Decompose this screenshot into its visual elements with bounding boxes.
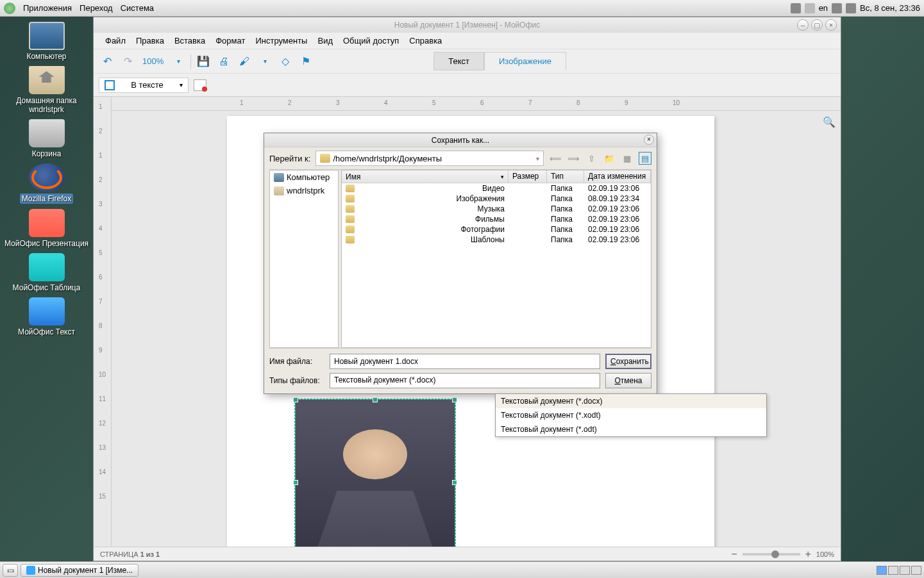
resize-handle[interactable] xyxy=(452,480,457,485)
volume-icon[interactable] xyxy=(832,3,842,13)
col-name[interactable]: Имя▾ xyxy=(342,170,508,183)
col-size[interactable]: Размер xyxy=(508,170,547,183)
keyboard-layout[interactable]: en xyxy=(819,3,828,13)
dialog-title: Сохранить как... xyxy=(432,136,489,145)
goto-label: Перейти к: xyxy=(269,154,310,163)
save-icon[interactable]: 💾 xyxy=(195,53,212,70)
desktop: КомпьютерДомашняя папка wndrlstprkКорзин… xyxy=(0,17,93,561)
print-icon[interactable]: 🖨 xyxy=(215,53,232,70)
file-row[interactable]: ВидеоПапка02.09.19 23:06 xyxy=(342,183,651,194)
workspace-4[interactable] xyxy=(911,566,921,575)
horizontal-ruler: 12345678910 xyxy=(112,97,841,111)
resize-handle[interactable] xyxy=(293,397,298,402)
desktop-icon[interactable]: МойОфис Текст xyxy=(0,292,93,336)
desktop-icon[interactable]: МойОфис Таблица xyxy=(0,248,93,292)
dialog-close-button[interactable]: × xyxy=(644,135,654,145)
filename-input[interactable] xyxy=(330,354,600,369)
filetype-option[interactable]: Текстовый документ (*.odt) xyxy=(496,422,766,436)
file-row[interactable]: ФильмыПапка02.09.19 23:06 xyxy=(342,214,651,224)
show-desktop-button[interactable]: ▭ xyxy=(3,564,18,577)
nav-forward-icon[interactable]: ⟹ xyxy=(567,152,580,165)
undo-icon[interactable]: ↶ xyxy=(99,53,115,70)
nav-up-icon[interactable]: ⇧ xyxy=(585,152,598,165)
desktop-icon[interactable]: МойОфис Презентация xyxy=(0,204,93,248)
selected-image[interactable] xyxy=(295,399,455,547)
taskbar-app[interactable]: Новый документ 1 [Изме... xyxy=(21,564,139,577)
path-field[interactable]: /home/wndrlstprk/Документы ▾ xyxy=(315,151,544,166)
desktop-icon[interactable]: Компьютер xyxy=(0,17,93,61)
clear-format-icon[interactable]: ◇ xyxy=(277,53,294,70)
clock[interactable]: Вс, 8 сен, 23:36 xyxy=(860,3,920,13)
window-titlebar[interactable]: Новый документ 1 [Изменен] - МойОфис – ▢… xyxy=(94,17,841,33)
magnify-icon[interactable]: 🔍 xyxy=(823,116,836,128)
toolbar-image: В тексте ▾ xyxy=(94,74,841,97)
zoom-in-button[interactable]: + xyxy=(805,549,811,560)
menu-item[interactable]: Вставка xyxy=(171,34,209,47)
menu-item[interactable]: Справка xyxy=(405,34,446,47)
desktop-icon[interactable]: Домашняя папка wndrlstprk xyxy=(0,61,93,114)
zoom-out-button[interactable]: − xyxy=(731,549,737,560)
maximize-button[interactable]: ▢ xyxy=(811,19,823,31)
file-row[interactable]: ШаблоныПапка02.09.19 23:06 xyxy=(342,235,651,245)
view-list-icon[interactable]: ▤ xyxy=(639,152,651,165)
dropdown-icon[interactable]: ▾ xyxy=(256,53,273,70)
filetype-select[interactable]: Текстовый документ (*.docx) xyxy=(330,373,600,388)
nav-back-icon[interactable]: ⟸ xyxy=(549,152,562,165)
zoom-slider[interactable] xyxy=(743,553,800,556)
desktop-icon[interactable]: Mozilla Firefox xyxy=(0,158,93,204)
menu-item[interactable]: Файл xyxy=(101,34,130,47)
menu-item[interactable]: Вид xyxy=(314,34,337,47)
dialog-titlebar[interactable]: Сохранить как... × xyxy=(264,133,657,147)
col-type[interactable]: Тип xyxy=(547,170,584,183)
wrap-mode-select[interactable]: В тексте ▾ xyxy=(99,78,189,93)
file-row[interactable]: МузыкаПапка02.09.19 23:06 xyxy=(342,204,651,214)
menu-item[interactable]: Инструменты xyxy=(251,34,311,47)
filetype-option[interactable]: Текстовый документ (*.docx) xyxy=(496,394,766,408)
file-row[interactable]: ИзображенияПапка08.09.19 23:34 xyxy=(342,194,651,204)
minimize-button[interactable]: – xyxy=(797,19,809,31)
cancel-button[interactable]: Отмена xyxy=(605,373,651,388)
filetype-option[interactable]: Текстовый документ (*.xodt) xyxy=(496,408,766,422)
tray-icon[interactable] xyxy=(791,3,801,13)
chevron-down-icon[interactable]: ▾ xyxy=(536,155,539,162)
tab-image[interactable]: Изображение xyxy=(484,52,566,70)
menu-places[interactable]: Переход xyxy=(76,3,117,13)
places-sidebar: Компьютерwndrlstprk xyxy=(269,170,339,348)
sidebar-place[interactable]: Компьютер xyxy=(270,170,338,184)
new-folder-icon[interactable]: 📁 xyxy=(603,152,616,165)
bookmark-icon[interactable]: ⚑ xyxy=(298,53,314,70)
zoom-percent: 100% xyxy=(816,550,834,558)
menu-system[interactable]: Система xyxy=(117,3,158,13)
file-row[interactable]: ФотографииПапка02.09.19 23:06 xyxy=(342,224,651,235)
resize-handle[interactable] xyxy=(293,480,298,485)
desktop-icon[interactable]: Корзина xyxy=(0,114,93,158)
menu-item[interactable]: Формат xyxy=(212,34,249,47)
save-button[interactable]: Сохранить xyxy=(605,354,651,369)
file-type: Папка xyxy=(547,235,584,244)
tab-text[interactable]: Текст xyxy=(433,52,484,70)
lock-icon[interactable] xyxy=(805,3,815,13)
close-button[interactable]: × xyxy=(825,19,837,31)
page-label: СТРАНИЦА xyxy=(100,550,139,558)
wrap-mode-label: В тексте xyxy=(131,80,164,90)
view-icons-icon[interactable]: ▦ xyxy=(621,152,634,165)
copy-format-icon[interactable]: 🖌 xyxy=(236,53,253,70)
zoom-dropdown-icon[interactable]: ▾ xyxy=(170,53,187,70)
resize-handle[interactable] xyxy=(373,397,378,402)
col-date[interactable]: Дата изменения xyxy=(584,170,651,183)
workspace-2[interactable] xyxy=(888,566,898,575)
workspace-1[interactable] xyxy=(877,566,887,575)
distro-logo-icon[interactable] xyxy=(4,3,15,14)
network-icon[interactable] xyxy=(846,3,856,13)
menu-item[interactable]: Правка xyxy=(132,34,168,47)
image-warning-icon[interactable] xyxy=(194,79,206,91)
sidebar-place[interactable]: wndrlstprk xyxy=(270,184,338,197)
menu-applications[interactable]: Приложения xyxy=(19,3,76,13)
menu-item[interactable]: Общий доступ xyxy=(339,34,403,47)
home-icon xyxy=(29,66,65,94)
redo-icon[interactable]: ↷ xyxy=(119,53,136,70)
desktop-icon-label: МойОфис Текст xyxy=(18,327,75,336)
zoom-value[interactable]: 100% xyxy=(140,56,166,66)
resize-handle[interactable] xyxy=(452,397,457,402)
workspace-3[interactable] xyxy=(900,566,910,575)
